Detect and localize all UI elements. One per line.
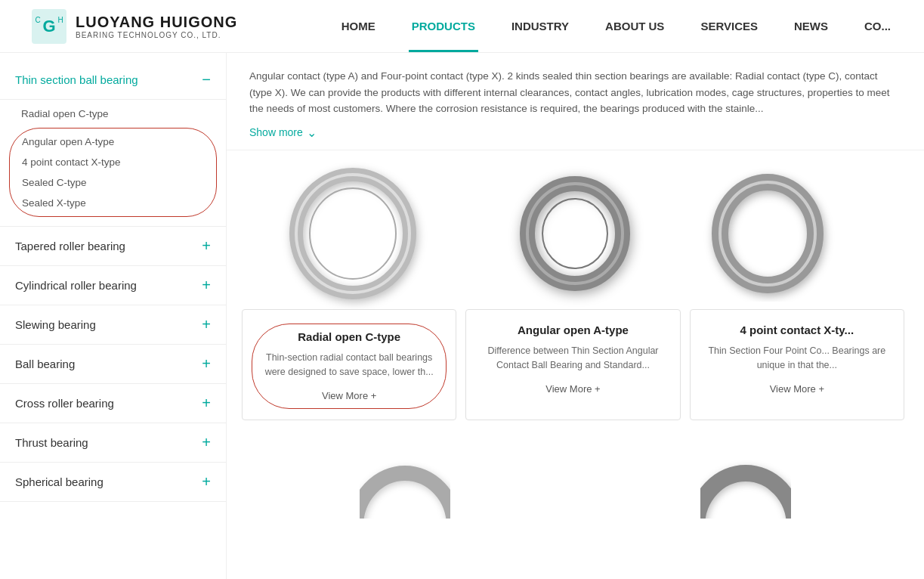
sidebar-item-cylindrical[interactable]: Cylindrical roller bearing + [0, 266, 226, 305]
nav-about[interactable]: ABOUT US [602, 0, 667, 52]
sidebar-item-tapered[interactable]: Tapered roller bearing + [0, 227, 226, 266]
plus-icon-ball: + [202, 355, 211, 373]
sidebar-label-cylindrical: Cylindrical roller bearing [15, 279, 137, 292]
svg-text:H: H [57, 16, 63, 24]
sidebar-label-spherical: Spherical bearing [15, 475, 104, 488]
sidebar-label-thrust: Thrust bearing [15, 436, 88, 449]
sidebar-item-slewing[interactable]: Slewing bearing + [0, 305, 226, 345]
description-text: Angular contact (type A) and Four-point … [249, 68, 901, 117]
main-nav: HOME PRODUCTS INDUSTRY ABOUT US SERVICES… [338, 0, 894, 52]
show-more-button[interactable]: Show more ⌄ [249, 123, 317, 143]
bearing-image-1 [242, 166, 464, 302]
sidebar-label-cross: Cross roller bearing [15, 397, 114, 410]
subitem-highlight-oval: Angular open A-type 4 point contact X-ty… [9, 128, 217, 217]
card-1-view-more[interactable]: View More + [322, 390, 376, 401]
show-more-label: Show more [249, 124, 303, 141]
bearing-images-row [227, 150, 924, 309]
subitem-4point[interactable]: 4 point contact X-type [10, 152, 216, 172]
svg-point-11 [720, 182, 815, 285]
logo-subtitle: BEARING TECHNOLOGY CO., LTD. [76, 31, 237, 39]
sidebar-label-thin-section: Thin section ball bearing [15, 73, 138, 86]
sidebar: Thin section ball bearing − Radial open … [0, 53, 227, 579]
svg-text:G: G [42, 17, 55, 36]
logo-name: LUOYANG HUIGONG [76, 14, 237, 31]
nav-products[interactable]: PRODUCTS [409, 0, 478, 52]
card-2-desc: Difference between Thin Section Angular … [478, 344, 667, 373]
sidebar-item-spherical[interactable]: Spherical bearing + [0, 463, 226, 502]
content-area: Angular contact (type A) and Four-point … [227, 53, 924, 579]
description-area: Angular contact (type A) and Four-point … [227, 53, 924, 150]
logo-text: LUOYANG HUIGONG BEARING TECHNOLOGY CO., … [76, 14, 237, 39]
bearing-image-2 [464, 166, 686, 302]
plus-icon-spherical: + [202, 473, 211, 491]
card-1-title: Radial open C-type [257, 330, 441, 343]
bottom-images-row [227, 435, 924, 526]
svg-point-9 [542, 199, 607, 268]
bearing-image-3 [687, 166, 909, 302]
card-3-desc: Thin Section Four Point Co... Bearings a… [703, 344, 892, 373]
sidebar-item-thrust[interactable]: Thrust bearing + [0, 423, 226, 463]
chevron-down-icon: ⌄ [307, 123, 317, 143]
subitem-sealed-c[interactable]: Sealed C-type [10, 172, 216, 193]
product-card-3: 4 point contact X-ty... Thin Section Fou… [690, 309, 904, 420]
subitem-sealed-x[interactable]: Sealed X-type [10, 193, 216, 213]
plus-icon-thrust: + [202, 434, 211, 451]
svg-point-6 [310, 188, 396, 279]
plus-icon-cross: + [202, 395, 211, 412]
logo-icon: G C H [30, 8, 68, 45]
sidebar-label-tapered: Tapered roller bearing [15, 240, 125, 252]
product-card-1: Radial open C-type Thin-section radial c… [242, 309, 456, 420]
svg-point-5 [296, 175, 409, 293]
subitem-angular-open[interactable]: Angular open A-type [10, 132, 216, 152]
nav-news[interactable]: NEWS [791, 0, 831, 52]
card-2-title: Angular open A-type [478, 324, 667, 336]
nav-co[interactable]: CO... [861, 0, 894, 52]
main-container: Thin section ball bearing − Radial open … [0, 53, 924, 579]
bearing-ring-svg-1 [292, 166, 413, 302]
nav-industry[interactable]: INDUSTRY [508, 0, 572, 52]
sidebar-label-slewing: Slewing bearing [15, 318, 96, 331]
bottom-bearing-2 [583, 443, 910, 519]
svg-point-13 [700, 473, 791, 519]
card-3-view-more[interactable]: View More + [770, 383, 824, 395]
subitem-radial-open[interactable]: Radial open C-type [0, 103, 226, 125]
card-highlight-oval: Radial open C-type Thin-section radial c… [252, 324, 447, 409]
plus-icon-cylindrical: + [202, 277, 211, 294]
sidebar-item-cross[interactable]: Cross roller bearing + [0, 384, 226, 423]
plus-icon-tapered: + [202, 237, 211, 255]
bottom-bearing-1 [242, 443, 568, 519]
card-2-view-more[interactable]: View More + [545, 383, 600, 395]
bearing-ring-svg-3 [752, 173, 843, 294]
product-card-2: Angular open A-type Difference between T… [465, 309, 680, 420]
logo: G C H LUOYANG HUIGONG BEARING TECHNOLOGY… [30, 8, 237, 45]
minus-icon: − [202, 71, 211, 88]
bottom-bearing-svg-2 [700, 443, 791, 519]
product-cards-row: Radial open C-type Thin-section radial c… [227, 309, 924, 435]
sidebar-label-ball: Ball bearing [15, 358, 75, 370]
plus-icon-slewing: + [202, 316, 211, 333]
sidebar-item-thin-section[interactable]: Thin section ball bearing − [0, 60, 226, 100]
card-1-desc: Thin-section radial contact ball bearing… [257, 351, 441, 379]
sidebar-item-ball[interactable]: Ball bearing + [0, 345, 226, 384]
header: G C H LUOYANG HUIGONG BEARING TECHNOLOGY… [0, 0, 924, 53]
svg-text:C: C [35, 16, 40, 24]
bearing-ring-svg-2 [522, 173, 628, 294]
bottom-bearing-svg-1 [360, 443, 450, 519]
card-3-title: 4 point contact X-ty... [703, 324, 892, 336]
nav-home[interactable]: HOME [338, 0, 379, 52]
nav-services[interactable]: SERVICES [697, 0, 761, 52]
svg-point-12 [360, 473, 450, 519]
sidebar-subitems-thin: Radial open C-type Angular open A-type 4… [0, 100, 226, 227]
